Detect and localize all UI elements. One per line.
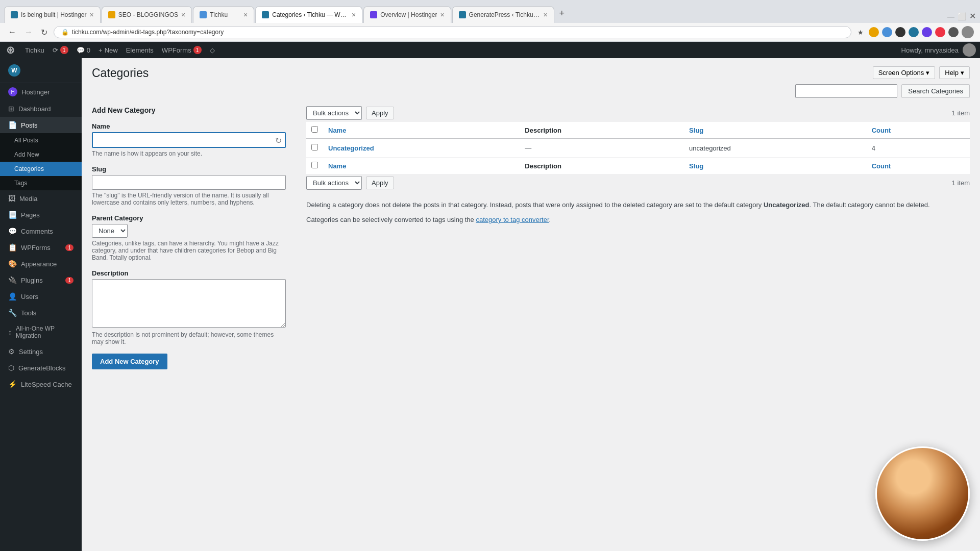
extension-1[interactable]: [869, 27, 879, 37]
count-column-header[interactable]: Count: [867, 122, 970, 139]
tab-5[interactable]: Overview | Hostinger ×: [363, 6, 451, 23]
tab-2-close[interactable]: ×: [181, 11, 185, 19]
category-link[interactable]: Uncategorized: [328, 144, 374, 152]
avatar[interactable]: [963, 43, 976, 57]
sidebar-item-wpforms[interactable]: 📋 WPForms 1: [0, 239, 82, 256]
wpforms-sidebar-badge: 1: [65, 244, 74, 251]
description-textarea[interactable]: [92, 279, 286, 328]
extension-3[interactable]: [895, 27, 905, 37]
slug-column-header[interactable]: Slug: [684, 122, 867, 139]
users-icon: 👤: [8, 292, 17, 300]
extension-5[interactable]: [922, 27, 932, 37]
diamond-item[interactable]: ◇: [206, 42, 219, 58]
slug-column-footer[interactable]: Slug: [684, 158, 867, 174]
select-all-checkbox-footer[interactable]: [311, 162, 318, 168]
add-category-title: Add New Category: [92, 106, 286, 114]
sidebar-item-hostinger[interactable]: H Hostinger: [0, 83, 82, 101]
tab-2[interactable]: SEO - BLOGGINGOS ×: [102, 6, 192, 23]
forward-button[interactable]: →: [22, 27, 35, 38]
extension-2[interactable]: [882, 27, 892, 37]
search-input[interactable]: [795, 84, 897, 98]
new-item[interactable]: + New: [94, 42, 122, 58]
tab-6-close[interactable]: ×: [543, 11, 547, 19]
refresh-icon[interactable]: ↻: [275, 135, 282, 145]
sidebar-item-appearance[interactable]: 🎨 Appearance: [0, 256, 82, 272]
new-tab-button[interactable]: +: [555, 4, 569, 23]
description-label: Description: [92, 269, 286, 277]
bulk-actions-select-top[interactable]: Bulk actions: [306, 106, 362, 120]
close-button[interactable]: ✕: [969, 11, 976, 21]
add-category-button[interactable]: Add New Category: [92, 354, 167, 369]
updates-icon: ⟳: [53, 46, 58, 54]
screen-options-button[interactable]: Screen Options ▾: [873, 66, 936, 79]
sidebar-item-users[interactable]: 👤 Users: [0, 288, 82, 305]
extension-7[interactable]: [948, 27, 959, 37]
reload-button[interactable]: ↻: [39, 27, 50, 38]
url-bar[interactable]: 🔒 tichku.com/wp-admin/edit-tags.php?taxo…: [54, 26, 851, 38]
wpforms-item[interactable]: WPForms 1: [158, 42, 206, 58]
minimize-button[interactable]: —: [947, 12, 954, 20]
extension-4[interactable]: [909, 27, 919, 37]
sidebar-item-pages[interactable]: 📃 Pages: [0, 207, 82, 223]
sidebar-item-plugins[interactable]: 🔌 Plugins 1: [0, 272, 82, 288]
name-hint: The name is how it appears on your site.: [92, 150, 286, 157]
slug-input[interactable]: [92, 175, 286, 190]
sidebar-item-label: Users: [21, 293, 38, 300]
sidebar-item-media[interactable]: 🖼 Media: [0, 190, 82, 207]
profile-icon[interactable]: [962, 26, 974, 38]
apply-button-top[interactable]: Apply: [366, 107, 394, 119]
sidebar-item-settings[interactable]: ⚙ Settings: [0, 343, 82, 360]
select-all-checkbox[interactable]: [311, 126, 318, 133]
tab-3[interactable]: Tichku ×: [193, 6, 254, 23]
help-button[interactable]: Help ▾: [939, 66, 970, 79]
sidebar-item-categories[interactable]: Categories: [0, 162, 82, 176]
sidebar-item-label: Dashboard: [18, 105, 51, 113]
name-column-header[interactable]: Name: [323, 122, 520, 139]
name-input[interactable]: [92, 132, 286, 148]
sidebar-item-dashboard[interactable]: ⊞ Dashboard: [0, 101, 82, 117]
tab-6-favicon: [459, 11, 466, 18]
info-section: Deleting a category does not delete the …: [306, 200, 970, 226]
tab-3-close[interactable]: ×: [243, 11, 248, 19]
tab-4-close[interactable]: ×: [352, 11, 356, 19]
sidebar-item-label: Settings: [19, 348, 43, 356]
apply-button-bottom[interactable]: Apply: [366, 177, 394, 189]
litespeed-icon: ⚡: [8, 380, 17, 388]
sidebar-item-all-posts[interactable]: All Posts: [0, 133, 82, 147]
sidebar-item-add-new[interactable]: Add New: [0, 147, 82, 162]
tab-4[interactable]: Categories ‹ Tichku — Wor… ×: [255, 6, 362, 23]
sidebar-item-litespeed[interactable]: ⚡ LiteSpeed Cache: [0, 376, 82, 392]
sidebar-item-all-in-one[interactable]: ↕ All-in-One WP Migration: [0, 321, 82, 343]
sidebar-item-comments[interactable]: 💬 Comments: [0, 223, 82, 239]
sidebar-item-label: Comments: [21, 228, 53, 235]
maximize-button[interactable]: ⬜: [958, 12, 966, 20]
updates-item[interactable]: ⟳ 1: [48, 42, 72, 58]
tab-1[interactable]: Is being built | Hostinger ×: [4, 6, 101, 23]
sidebar-item-tags[interactable]: Tags: [0, 176, 82, 190]
tab-5-close[interactable]: ×: [440, 11, 444, 19]
name-column-footer[interactable]: Name: [323, 158, 520, 174]
add-category-panel: Add New Category Name ↻ The name is how …: [92, 106, 286, 369]
count-column-footer[interactable]: Count: [867, 158, 970, 174]
info-text-1: Deleting a category does not delete the …: [306, 200, 970, 211]
row-checkbox[interactable]: [311, 144, 318, 151]
comments-item[interactable]: 💬 0: [72, 42, 94, 58]
table-bottom-bar: Bulk actions Apply 1 item: [306, 176, 970, 190]
tab-1-close[interactable]: ×: [90, 11, 94, 19]
sidebar-item-generateblocks[interactable]: ⬡ GenerateBlocks: [0, 360, 82, 376]
tab-6[interactable]: GeneratePress ‹ Tichku — … ×: [452, 6, 554, 23]
settings-icon: ⚙: [8, 347, 15, 356]
back-button[interactable]: ←: [6, 27, 18, 38]
bulk-actions-select-bottom[interactable]: Bulk actions: [306, 176, 362, 190]
parent-select[interactable]: None: [92, 224, 128, 238]
site-name-item[interactable]: Tichku: [21, 42, 48, 58]
bookmark-icon[interactable]: ★: [855, 27, 866, 37]
sidebar-item-posts[interactable]: 📄 Posts: [0, 117, 82, 133]
wp-logo-item[interactable]: ⊛: [0, 42, 21, 58]
info-text-1a: Deleting a category does not delete the …: [306, 201, 764, 209]
search-categories-button[interactable]: Search Categories: [901, 84, 970, 98]
sidebar-item-tools[interactable]: 🔧 Tools: [0, 305, 82, 321]
category-to-tag-link[interactable]: category to tag converter: [476, 216, 549, 223]
extension-6[interactable]: [935, 27, 945, 37]
elements-item[interactable]: Elements: [122, 42, 158, 58]
